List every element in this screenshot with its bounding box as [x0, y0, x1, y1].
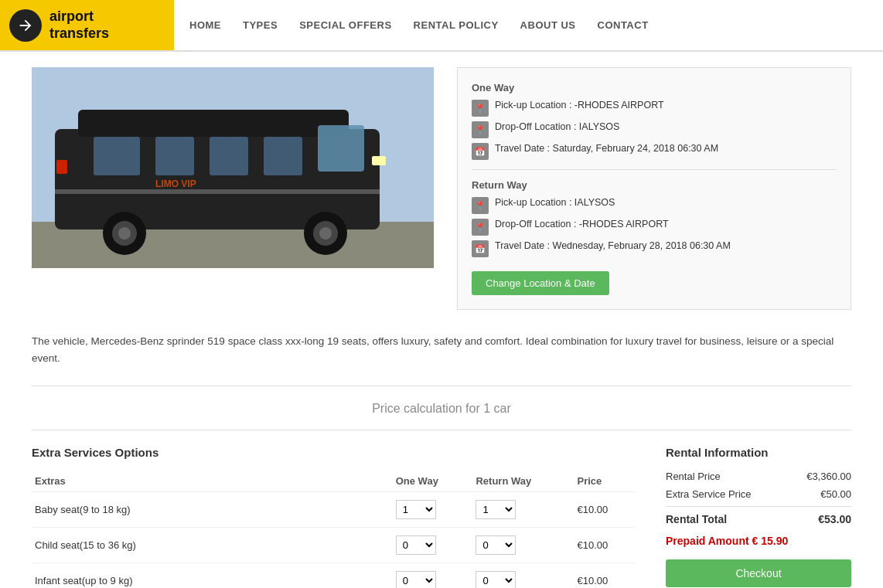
pickup-one-way-text: Pick-up Location : -RHODES AIRPORT [495, 100, 664, 110]
extra-service-value: €50.00 [820, 488, 851, 500]
svg-text:LIMO VIP: LIMO VIP [155, 178, 196, 189]
checkout-button[interactable]: Checkout [666, 559, 851, 587]
extra-one-way-qty-1[interactable]: 012345 [393, 528, 473, 563]
rental-divider [666, 506, 851, 507]
pin-icon-2: 📍 [472, 121, 489, 138]
section-divider [472, 169, 837, 170]
svg-rect-5 [155, 137, 194, 175]
change-location-date-button[interactable]: Change Location & Date [472, 271, 609, 295]
price-calc-divider [32, 430, 851, 430]
extra-price-1: €10.00 [574, 528, 636, 563]
svg-rect-10 [56, 160, 67, 174]
extra-name-0: Baby seat(9 to 18 kg) [32, 492, 393, 528]
svg-rect-7 [264, 137, 302, 175]
nav-links: HOME TYPES SPECIAL OFFERS RENTAL POLICY … [174, 2, 664, 48]
extra-name-1: Child seat(15 to 36 kg) [32, 528, 393, 563]
col-extras: Extras [32, 471, 393, 492]
extra-return-select-1[interactable]: 012345 [476, 535, 516, 555]
svg-rect-9 [372, 156, 386, 165]
vehicle-image: LIMO VIP [32, 67, 434, 310]
travel-date-return-row: 📅 Travel Date : Wednesday, February 28, … [472, 240, 837, 257]
table-row: Baby seat(9 to 18 kg)012345012345€10.00 [32, 492, 635, 528]
pin-icon-4: 📍 [472, 219, 489, 236]
nav-types[interactable]: TYPES [243, 2, 278, 48]
rental-price-label: Rental Price [666, 471, 721, 482]
calendar-icon: 📅 [472, 143, 489, 160]
travel-date-one-way-row: 📅 Travel Date : Saturday, February 24, 2… [472, 143, 837, 160]
booking-info-box: One Way 📍 Pick-up Location : -RHODES AIR… [457, 67, 851, 310]
extra-return-select-2[interactable]: 012345 [476, 571, 516, 588]
pickup-one-way-row: 📍 Pick-up Location : -RHODES AIRPORT [472, 100, 837, 117]
extra-one-way-qty-0[interactable]: 012345 [393, 492, 473, 528]
extra-price-2: €10.00 [574, 563, 636, 588]
nav-contact[interactable]: CONTACT [598, 2, 649, 48]
extras-table: Extras One Way Return Way Price Baby sea… [32, 471, 635, 588]
extra-return-qty-0[interactable]: 012345 [472, 492, 574, 528]
dropoff-return-row: 📍 Drop-Off Location : -RHODES AIRPORT [472, 219, 837, 236]
col-price: Price [574, 471, 636, 492]
return-way-label: Return Way [472, 179, 837, 191]
rental-total-row: Rental Total €53.00 [666, 513, 851, 525]
pin-icon: 📍 [472, 100, 489, 117]
extras-section: Extra Services Options Extras One Way Re… [32, 446, 635, 588]
pickup-return-text: Pick-up Location : IALYSOS [495, 197, 615, 208]
logo-line2: transfers [49, 25, 109, 42]
svg-rect-6 [210, 137, 248, 175]
logo-arrow-icon [9, 9, 42, 42]
col-one-way: One Way [393, 471, 473, 492]
logo-line1: airport [49, 8, 109, 25]
extra-return-qty-1[interactable]: 012345 [472, 528, 574, 563]
extra-service-label: Extra Service Price [666, 488, 752, 500]
prepaid-amount-row: Prepaid Amount € 15.90 [666, 535, 851, 547]
extra-one-way-select-2[interactable]: 012345 [396, 571, 436, 588]
pickup-return-row: 📍 Pick-up Location : IALYSOS [472, 197, 837, 214]
dropoff-one-way-text: Drop-Off Location : IALYSOS [495, 121, 619, 132]
extra-one-way-select-0[interactable]: 012345 [396, 500, 436, 519]
col-return-way: Return Way [472, 471, 574, 492]
nav-special-offers[interactable]: SPECIAL OFFERS [299, 2, 391, 48]
svg-rect-4 [94, 137, 140, 175]
rental-info-section: Rental Information Rental Price €3,360.0… [666, 446, 851, 588]
dropoff-return-text: Drop-Off Location : -RHODES AIRPORT [495, 219, 669, 229]
extra-one-way-select-1[interactable]: 012345 [396, 535, 436, 555]
svg-rect-18 [55, 189, 380, 194]
pin-icon-3: 📍 [472, 197, 489, 214]
travel-date-one-way-text: Travel Date : Saturday, February 24, 201… [495, 143, 718, 154]
extra-service-row: Extra Service Price €50.00 [666, 488, 851, 500]
nav-rental-policy[interactable]: RENTAL POLICY [414, 2, 499, 48]
svg-rect-8 [318, 125, 364, 172]
nav-home[interactable]: HOME [189, 2, 221, 48]
extra-one-way-qty-2[interactable]: 012345 [393, 563, 473, 588]
one-way-label: One Way [472, 82, 837, 93]
description-divider [32, 386, 851, 386]
svg-point-16 [319, 227, 332, 240]
table-row: Infant seat(up to 9 kg)012345012345€10.0… [32, 563, 635, 588]
extras-title: Extra Services Options [32, 446, 635, 459]
svg-point-13 [118, 227, 131, 240]
nav-about-us[interactable]: ABOUT US [520, 2, 576, 48]
rental-price-value: €3,360.00 [806, 471, 851, 482]
svg-rect-3 [78, 110, 349, 137]
calendar-icon-2: 📅 [472, 240, 489, 257]
rental-info-title: Rental Information [666, 446, 851, 459]
logo: airport transfers [0, 0, 174, 50]
extra-price-0: €10.00 [574, 492, 636, 528]
rental-total-label: Rental Total [666, 513, 727, 525]
extra-return-qty-2[interactable]: 012345 [472, 563, 574, 588]
price-calc-title: Price calculation for 1 car [32, 402, 851, 416]
rental-price-row: Rental Price €3,360.00 [666, 471, 851, 482]
table-row: Child seat(15 to 36 kg)012345012345€10.0… [32, 528, 635, 563]
rental-total-value: €53.00 [818, 513, 851, 525]
travel-date-return-text: Travel Date : Wednesday, February 28, 20… [495, 240, 731, 251]
extra-return-select-0[interactable]: 012345 [476, 500, 516, 519]
vehicle-description: The vehicle, Mercedes-Benz sprinder 519 … [32, 333, 851, 366]
extra-name-2: Infant seat(up to 9 kg) [32, 563, 393, 588]
dropoff-one-way-row: 📍 Drop-Off Location : IALYSOS [472, 121, 837, 138]
